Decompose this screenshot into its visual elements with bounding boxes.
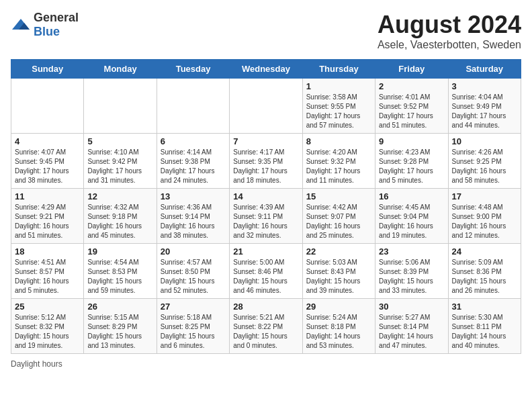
header: General Blue August 2024 Asele, Vaesterb… — [11, 11, 521, 51]
day-header-tuesday: Tuesday — [157, 60, 229, 79]
day-cell: 17Sunrise: 4:48 AM Sunset: 9:00 PM Dayli… — [448, 189, 521, 244]
day-cell: 20Sunrise: 4:57 AM Sunset: 8:50 PM Dayli… — [157, 244, 229, 299]
day-number: 26 — [87, 302, 152, 312]
day-number: 28 — [233, 302, 298, 312]
day-cell: 11Sunrise: 4:29 AM Sunset: 9:21 PM Dayli… — [11, 189, 84, 244]
day-header-monday: Monday — [84, 60, 157, 79]
day-info: Sunrise: 4:45 AM Sunset: 9:04 PM Dayligh… — [379, 203, 444, 240]
day-cell: 21Sunrise: 5:00 AM Sunset: 8:46 PM Dayli… — [230, 244, 302, 299]
day-info: Sunrise: 3:58 AM Sunset: 9:55 PM Dayligh… — [306, 93, 371, 130]
month-title: August 2024 — [378, 11, 521, 39]
day-number: 14 — [233, 191, 298, 201]
day-number: 16 — [379, 191, 444, 201]
day-cell: 4Sunrise: 4:07 AM Sunset: 9:45 PM Daylig… — [11, 134, 84, 189]
day-cell: 9Sunrise: 4:23 AM Sunset: 9:28 PM Daylig… — [375, 134, 448, 189]
day-info: Sunrise: 4:10 AM Sunset: 9:42 PM Dayligh… — [87, 148, 152, 185]
day-header-thursday: Thursday — [302, 60, 375, 79]
week-row-3: 11Sunrise: 4:29 AM Sunset: 9:21 PM Dayli… — [11, 189, 521, 244]
day-number: 15 — [306, 191, 371, 201]
week-row-4: 18Sunrise: 4:51 AM Sunset: 8:57 PM Dayli… — [11, 244, 521, 299]
generalblue-logo-icon — [11, 17, 31, 32]
day-info: Sunrise: 5:03 AM Sunset: 8:43 PM Dayligh… — [306, 258, 371, 295]
day-info: Sunrise: 4:20 AM Sunset: 9:32 PM Dayligh… — [306, 148, 371, 185]
day-number: 8 — [306, 136, 371, 146]
day-header-row: SundayMondayTuesdayWednesdayThursdayFrid… — [11, 60, 521, 79]
day-number: 3 — [452, 81, 517, 91]
logo-general: General — [34, 11, 79, 24]
day-number: 4 — [15, 136, 80, 146]
day-info: Sunrise: 5:15 AM Sunset: 8:29 PM Dayligh… — [87, 313, 152, 351]
day-number: 9 — [379, 136, 444, 146]
day-cell: 2Sunrise: 4:01 AM Sunset: 9:52 PM Daylig… — [375, 79, 448, 134]
day-info: Sunrise: 4:17 AM Sunset: 9:35 PM Dayligh… — [233, 148, 298, 185]
day-header-friday: Friday — [375, 60, 448, 79]
day-number: 23 — [379, 246, 444, 257]
day-number: 29 — [306, 302, 371, 312]
day-info: Sunrise: 4:23 AM Sunset: 9:28 PM Dayligh… — [379, 148, 444, 185]
day-cell: 18Sunrise: 4:51 AM Sunset: 8:57 PM Dayli… — [11, 244, 84, 299]
day-info: Sunrise: 4:07 AM Sunset: 9:45 PM Dayligh… — [15, 148, 80, 185]
day-number: 12 — [87, 191, 152, 201]
location-title: Asele, Vaesterbotten, Sweden — [378, 39, 521, 51]
footer-note: Daylight hours — [11, 359, 521, 369]
day-info: Sunrise: 4:29 AM Sunset: 9:21 PM Dayligh… — [15, 203, 80, 240]
day-info: Sunrise: 4:01 AM Sunset: 9:52 PM Dayligh… — [379, 93, 444, 130]
day-number: 10 — [452, 136, 517, 146]
day-info: Sunrise: 5:21 AM Sunset: 8:22 PM Dayligh… — [233, 313, 298, 351]
day-info: Sunrise: 5:18 AM Sunset: 8:25 PM Dayligh… — [161, 313, 226, 351]
day-number: 1 — [306, 81, 371, 91]
day-number: 21 — [233, 246, 298, 257]
day-info: Sunrise: 5:30 AM Sunset: 8:11 PM Dayligh… — [452, 313, 517, 351]
day-number: 13 — [161, 191, 226, 201]
week-row-2: 4Sunrise: 4:07 AM Sunset: 9:45 PM Daylig… — [11, 134, 521, 189]
day-cell: 5Sunrise: 4:10 AM Sunset: 9:42 PM Daylig… — [84, 134, 157, 189]
day-number: 25 — [15, 302, 80, 312]
day-cell: 6Sunrise: 4:14 AM Sunset: 9:38 PM Daylig… — [157, 134, 229, 189]
day-info: Sunrise: 5:09 AM Sunset: 8:36 PM Dayligh… — [452, 258, 517, 295]
day-info: Sunrise: 4:39 AM Sunset: 9:11 PM Dayligh… — [233, 203, 298, 240]
day-number: 22 — [306, 246, 371, 257]
logo-text: General Blue — [34, 11, 79, 39]
day-cell: 15Sunrise: 4:42 AM Sunset: 9:07 PM Dayli… — [302, 189, 375, 244]
day-cell: 12Sunrise: 4:32 AM Sunset: 9:18 PM Dayli… — [84, 189, 157, 244]
day-cell: 23Sunrise: 5:06 AM Sunset: 8:39 PM Dayli… — [375, 244, 448, 299]
day-cell: 19Sunrise: 4:54 AM Sunset: 8:53 PM Dayli… — [84, 244, 157, 299]
day-cell: 8Sunrise: 4:20 AM Sunset: 9:32 PM Daylig… — [302, 134, 375, 189]
calendar-table: SundayMondayTuesdayWednesdayThursdayFrid… — [11, 59, 521, 354]
day-number: 11 — [15, 191, 80, 201]
day-cell — [84, 79, 157, 134]
day-cell: 29Sunrise: 5:24 AM Sunset: 8:18 PM Dayli… — [302, 299, 375, 354]
day-info: Sunrise: 4:42 AM Sunset: 9:07 PM Dayligh… — [306, 203, 371, 240]
day-number: 19 — [87, 246, 152, 257]
week-row-1: 1Sunrise: 3:58 AM Sunset: 9:55 PM Daylig… — [11, 79, 521, 134]
day-info: Sunrise: 4:36 AM Sunset: 9:14 PM Dayligh… — [161, 203, 226, 240]
day-number: 6 — [161, 136, 226, 146]
day-header-wednesday: Wednesday — [230, 60, 302, 79]
day-number: 27 — [161, 302, 226, 312]
day-info: Sunrise: 4:51 AM Sunset: 8:57 PM Dayligh… — [15, 258, 80, 295]
day-number: 31 — [452, 302, 517, 312]
day-info: Sunrise: 4:57 AM Sunset: 8:50 PM Dayligh… — [161, 258, 226, 295]
day-cell: 1Sunrise: 3:58 AM Sunset: 9:55 PM Daylig… — [302, 79, 375, 134]
day-cell: 31Sunrise: 5:30 AM Sunset: 8:11 PM Dayli… — [448, 299, 521, 354]
day-info: Sunrise: 5:27 AM Sunset: 8:14 PM Dayligh… — [379, 313, 444, 351]
day-cell: 10Sunrise: 4:26 AM Sunset: 9:25 PM Dayli… — [448, 134, 521, 189]
day-number: 18 — [15, 246, 80, 257]
day-cell: 27Sunrise: 5:18 AM Sunset: 8:25 PM Dayli… — [157, 299, 229, 354]
day-info: Sunrise: 4:48 AM Sunset: 9:00 PM Dayligh… — [452, 203, 517, 240]
day-cell: 13Sunrise: 4:36 AM Sunset: 9:14 PM Dayli… — [157, 189, 229, 244]
day-cell — [230, 79, 302, 134]
day-cell — [157, 79, 229, 134]
week-row-5: 25Sunrise: 5:12 AM Sunset: 8:32 PM Dayli… — [11, 299, 521, 354]
day-cell: 22Sunrise: 5:03 AM Sunset: 8:43 PM Dayli… — [302, 244, 375, 299]
day-info: Sunrise: 5:00 AM Sunset: 8:46 PM Dayligh… — [233, 258, 298, 295]
day-cell: 16Sunrise: 4:45 AM Sunset: 9:04 PM Dayli… — [375, 189, 448, 244]
day-info: Sunrise: 5:24 AM Sunset: 8:18 PM Dayligh… — [306, 313, 371, 351]
day-info: Sunrise: 5:06 AM Sunset: 8:39 PM Dayligh… — [379, 258, 444, 295]
day-number: 2 — [379, 81, 444, 91]
day-info: Sunrise: 4:14 AM Sunset: 9:38 PM Dayligh… — [161, 148, 226, 185]
day-header-sunday: Sunday — [11, 60, 84, 79]
day-number: 20 — [161, 246, 226, 257]
day-cell: 7Sunrise: 4:17 AM Sunset: 9:35 PM Daylig… — [230, 134, 302, 189]
day-cell: 24Sunrise: 5:09 AM Sunset: 8:36 PM Dayli… — [448, 244, 521, 299]
